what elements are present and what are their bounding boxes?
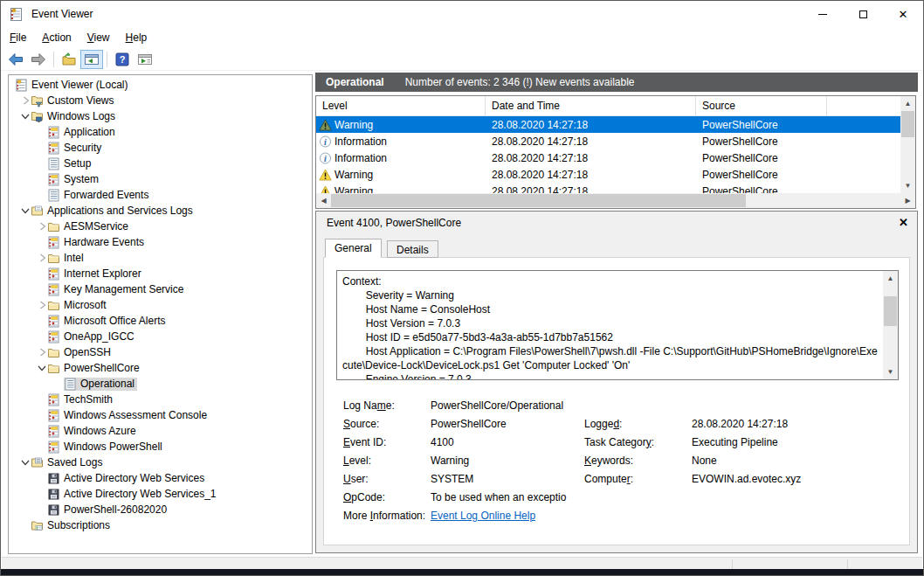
chevron-down-icon[interactable]	[20, 205, 31, 218]
scroll-left-icon[interactable]: ◀	[316, 193, 331, 208]
event-list-vertical-scrollbar[interactable]: ▲ ▼	[900, 96, 915, 193]
tree-item-content[interactable]: Setup	[47, 157, 93, 170]
tree-item-content[interactable]: OpenSSH	[47, 346, 114, 359]
tree-item-windows-assessment-console[interactable]: Windows Assessment Console	[9, 407, 312, 423]
tree-item-content[interactable]: Hardware Events	[47, 236, 147, 249]
action-pane-toggle-button[interactable]	[134, 50, 156, 69]
tree-item-internet-explorer[interactable]: Internet Explorer	[9, 266, 312, 281]
tree-item-windows-powershell[interactable]: Windows PowerShell	[9, 439, 312, 455]
tree-item-content[interactable]: Active Directory Web Services	[47, 472, 207, 485]
tree-item-content[interactable]: Saved Logs	[31, 456, 105, 469]
tree-item-content[interactable]: Key Management Service	[47, 283, 186, 296]
tree-item-content[interactable]: AESMService	[47, 220, 131, 233]
scrollbar-thumb[interactable]	[884, 296, 897, 326]
menu-file[interactable]: File	[2, 29, 34, 46]
tree-item-content[interactable]: Microsoft Office Alerts	[47, 315, 168, 328]
tree-item-content[interactable]: PowerShell-26082020	[47, 503, 169, 517]
column-header-source[interactable]: Source	[696, 96, 827, 115]
tree-item-active-directory-web-services[interactable]: Active Directory Web Services	[9, 470, 312, 486]
event-row[interactable]: Warning28.08.2020 14:27:18PowerShellCore	[316, 166, 900, 183]
tree-item-microsoft[interactable]: Microsoft	[9, 297, 312, 313]
tree-item-setup[interactable]: Setup	[9, 156, 312, 171]
scrollbar-thumb[interactable]	[901, 111, 914, 137]
tree-item-powershellcore[interactable]: PowerShellCore	[9, 360, 312, 376]
export-button[interactable]	[58, 50, 80, 69]
maximize-button[interactable]	[843, 1, 883, 27]
tree-item-custom-views[interactable]: Custom Views	[9, 93, 312, 108]
column-header-date-and-time[interactable]: Date and Time	[486, 96, 696, 115]
tree-item-content[interactable]: Microsoft	[47, 299, 109, 312]
tree-item-microsoft-office-alerts[interactable]: Microsoft Office Alerts	[9, 313, 312, 329]
column-header-level[interactable]: Level	[316, 96, 486, 115]
tab-general[interactable]: General	[325, 239, 382, 258]
tree-item-applications-and-services-logs[interactable]: Applications and Services Logs	[9, 203, 312, 219]
event-row[interactable]: Warning28.08.2020 14:27:18PowerShellCore	[316, 116, 900, 133]
tree-item-content[interactable]: Custom Views	[31, 94, 116, 108]
event-message-box[interactable]: Context: Severity = Warning Host Name = …	[336, 270, 899, 380]
tree-item-key-management-service[interactable]: Key Management Service	[9, 281, 312, 297]
tree-item-intel[interactable]: Intel	[9, 250, 312, 266]
tree-item-content[interactable]: Event Viewer (Local)	[15, 79, 131, 92]
tree-item-content[interactable]: Internet Explorer	[47, 267, 144, 281]
close-button[interactable]: ✕	[883, 1, 923, 27]
tree-item-openssh[interactable]: OpenSSH	[9, 344, 312, 360]
tree-item-operational[interactable]: Operational	[9, 376, 312, 392]
preview-close-icon[interactable]: ✕	[899, 216, 908, 229]
minimize-button[interactable]	[803, 1, 843, 27]
scroll-up-icon[interactable]: ▲	[900, 96, 915, 111]
menu-action[interactable]: Action	[34, 29, 79, 46]
tree-item-aesmservice[interactable]: AESMService	[9, 219, 312, 234]
scrollbar-thumb[interactable]	[331, 194, 746, 207]
help-button[interactable]: ?	[111, 50, 134, 69]
tree-item-windows-logs[interactable]: Windows Logs	[9, 108, 312, 124]
tree-item-content[interactable]: Forwarded Events	[47, 189, 151, 202]
event-log-online-help-link[interactable]: Event Log Online Help	[431, 510, 535, 522]
event-list-horizontal-scrollbar[interactable]: ◀ ▶	[316, 193, 915, 208]
tree-item-content[interactable]: Subscriptions	[31, 519, 113, 532]
message-vertical-scrollbar[interactable]: ▲ ▼	[883, 271, 898, 379]
tree-item-oneapp-igcc[interactable]: OneApp_IGCC	[9, 329, 312, 344]
chevron-down-icon[interactable]	[37, 362, 47, 375]
tree-item-content[interactable]: Application	[47, 126, 118, 139]
tree-item-hardware-events[interactable]: Hardware Events	[9, 234, 312, 250]
tree-item-content[interactable]: Windows Logs	[31, 110, 118, 123]
chevron-right-icon[interactable]	[37, 220, 47, 233]
tree-item-subscriptions[interactable]: Subscriptions	[9, 517, 312, 533]
tree-item-application[interactable]: Application	[9, 124, 312, 140]
tree-item-forwarded-events[interactable]: Forwarded Events	[9, 187, 312, 203]
scroll-up-icon[interactable]: ▲	[883, 271, 898, 286]
chevron-right-icon[interactable]	[37, 252, 47, 265]
tree-item-system[interactable]: System	[9, 171, 312, 187]
scroll-down-icon[interactable]: ▼	[883, 364, 898, 379]
scroll-down-icon[interactable]: ▼	[900, 178, 915, 193]
tree-item-content[interactable]: Windows PowerShell	[47, 441, 165, 454]
tree-item-content[interactable]: TechSmith	[47, 393, 115, 406]
chevron-down-icon[interactable]	[20, 110, 31, 123]
tree-item-active-directory-web-services-1[interactable]: Active Directory Web Services_1	[9, 486, 312, 502]
tree-item-windows-azure[interactable]: Windows Azure	[9, 423, 312, 439]
event-row[interactable]: Warning28.08.2020 14:27:18PowerShellCore	[316, 183, 900, 193]
tree-item-event-viewer-local-[interactable]: Event Viewer (Local)	[9, 77, 312, 93]
tree-item-content[interactable]: Security	[47, 142, 104, 155]
chevron-right-icon[interactable]	[20, 94, 31, 108]
scroll-right-icon[interactable]: ▶	[900, 193, 915, 208]
tree-item-content[interactable]: Windows Azure	[47, 425, 139, 438]
tree-item-powershell-26082020[interactable]: PowerShell-26082020	[9, 502, 312, 517]
menu-view[interactable]: View	[79, 29, 118, 46]
chevron-right-icon[interactable]	[37, 299, 47, 312]
event-row[interactable]: iInformation28.08.2020 14:27:18PowerShel…	[316, 133, 900, 149]
tab-details[interactable]: Details	[387, 240, 438, 258]
tree-item-security[interactable]: Security	[9, 140, 312, 156]
tree-item-saved-logs[interactable]: Saved Logs	[9, 455, 312, 470]
tree-item-content[interactable]: Windows Assessment Console	[47, 409, 210, 422]
tree-item-content[interactable]: PowerShellCore	[47, 362, 142, 375]
chevron-down-icon[interactable]	[20, 456, 31, 469]
forward-button[interactable]	[27, 50, 50, 69]
console-tree-toggle-button[interactable]	[80, 50, 103, 69]
tree-item-content[interactable]: System	[47, 173, 101, 186]
tree-item-techsmith[interactable]: TechSmith	[9, 392, 312, 407]
tree-item-content[interactable]: Intel	[47, 252, 86, 265]
tree-selection[interactable]: Operational	[64, 378, 137, 391]
menu-help[interactable]: Help	[118, 29, 155, 46]
event-row[interactable]: iInformation28.08.2020 14:27:18PowerShel…	[316, 149, 900, 166]
